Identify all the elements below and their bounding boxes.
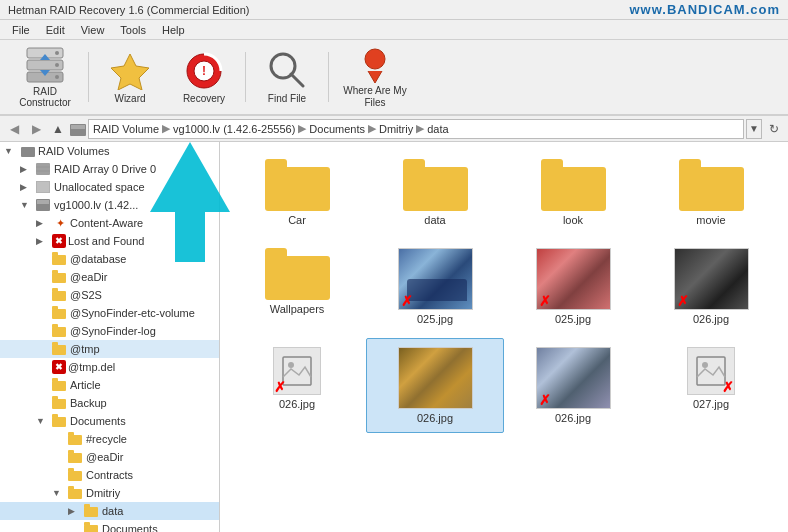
svg-rect-44 <box>68 450 74 454</box>
path-part-4: Dmitriy <box>379 123 413 135</box>
svg-rect-14 <box>71 125 85 129</box>
tree-item-content-aware[interactable]: ▶ ✦ Content-Aware <box>0 214 219 232</box>
img-thumb-025-2: ✗ <box>536 248 611 310</box>
tree-item-backup[interactable]: Backup <box>0 394 219 412</box>
tree-item-database[interactable]: @database <box>0 250 219 268</box>
grid-item-wallpapers[interactable]: Wallpapers <box>228 239 366 334</box>
grid-item-look[interactable]: look <box>504 150 642 235</box>
tree-label: Backup <box>70 397 107 409</box>
tree-panel: ▼ RAID Volumes ▶ RAID Array 0 Drive 0 ▶ … <box>0 142 220 532</box>
svg-point-68 <box>288 362 294 368</box>
tree-label: @S2S <box>70 289 102 301</box>
address-path[interactable]: RAID Volume ▶ vg1000.lv (1.42.6-25556) ▶… <box>88 119 744 139</box>
content-aware-icon: ✦ <box>52 216 68 230</box>
where-my-files-label: Where Are My Files <box>338 85 412 109</box>
tree-item-dmitriy[interactable]: ▼ Dmitriy <box>0 484 219 502</box>
svg-point-3 <box>55 51 59 55</box>
svg-rect-41 <box>68 435 82 445</box>
wizard-button[interactable]: Wizard <box>95 43 165 111</box>
tree-item-tmp[interactable]: @tmp <box>0 340 219 358</box>
tree-label: Unallocated space <box>54 181 145 193</box>
img-thumb-026-1: ✗ <box>674 248 749 310</box>
svg-rect-22 <box>37 200 49 204</box>
tree-item-raid-volumes[interactable]: ▼ RAID Volumes <box>0 142 219 160</box>
grid-item-025-2[interactable]: ✗ 025.jpg <box>504 239 642 334</box>
menu-edit[interactable]: Edit <box>38 20 73 39</box>
wizard-label: Wizard <box>114 93 145 104</box>
recovery-icon: ! <box>184 51 224 91</box>
grid-item-car[interactable]: Car <box>228 150 366 235</box>
expand-icon: ▼ <box>36 416 52 426</box>
tree-label: data <box>102 505 123 517</box>
tree-item-s2s[interactable]: @S2S <box>0 286 219 304</box>
folder-icon <box>68 432 84 446</box>
tree-label: Dmitriy <box>86 487 120 499</box>
tree-item-lost-found[interactable]: ▶ ✖ Lost and Found <box>0 232 219 250</box>
tree-item-synofinder-etc[interactable]: @SynoFinder-etc-volume <box>0 304 219 322</box>
grid-item-027-1[interactable]: ✗ 026.jpg <box>504 338 642 433</box>
tree-label: RAID Array 0 Drive 0 <box>54 163 156 175</box>
grid-item-026-2[interactable]: 026.jpg <box>366 338 504 433</box>
svg-rect-51 <box>84 525 98 532</box>
expand-icon: ▶ <box>20 164 36 174</box>
grid-item-025-1[interactable]: ✗ 025.jpg <box>366 239 504 334</box>
menu-view[interactable]: View <box>73 20 113 39</box>
folder-icon <box>52 306 68 320</box>
tree-item-documents[interactable]: ▼ Documents <box>0 412 219 430</box>
recovery-button[interactable]: ! Recovery <box>169 43 239 111</box>
tree-item-article[interactable]: Article <box>0 376 219 394</box>
address-dropdown-button[interactable]: ▼ <box>746 119 762 139</box>
tree-label: Article <box>70 379 101 391</box>
nav-up-button[interactable]: ▲ <box>48 119 68 139</box>
grid-item-027-2[interactable]: ✗ 027.jpg <box>642 338 780 433</box>
find-file-button[interactable]: Find File <box>252 43 322 111</box>
svg-rect-36 <box>52 378 58 382</box>
tree-item-synofinder-log[interactable]: @SynoFinder-log <box>0 322 219 340</box>
tree-item-unallocated[interactable]: ▶ Unallocated space <box>0 178 219 196</box>
menu-file[interactable]: File <box>4 20 38 39</box>
svg-rect-66 <box>265 248 287 260</box>
lost-found-icon: ✖ <box>52 360 66 374</box>
tree-label: @SynoFinder-etc-volume <box>70 307 195 319</box>
find-file-icon <box>267 51 307 91</box>
svg-rect-47 <box>68 489 82 499</box>
tree-item-vg1000[interactable]: ▼ vg1000.lv (1.42... <box>0 196 219 214</box>
where-my-files-button[interactable]: Where Are My Files <box>335 43 415 111</box>
menu-help[interactable]: Help <box>154 20 193 39</box>
svg-rect-25 <box>52 273 66 283</box>
tree-item-eadir[interactable]: @eaDir <box>0 268 219 286</box>
svg-rect-64 <box>679 159 701 171</box>
grid-item-movie[interactable]: movie <box>642 150 780 235</box>
tree-item-eadir2[interactable]: @eaDir <box>0 448 219 466</box>
tree-label: @eaDir <box>86 451 123 463</box>
grid-item-data[interactable]: data <box>366 150 504 235</box>
menu-tools[interactable]: Tools <box>112 20 154 39</box>
tree-item-raid-array[interactable]: ▶ RAID Array 0 Drive 0 <box>0 160 219 178</box>
tree-label: Documents <box>102 523 158 532</box>
grid-item-026-broken[interactable]: ✗ 026.jpg <box>228 338 366 433</box>
tree-label: @SynoFinder-log <box>70 325 156 337</box>
grid-item-026-1[interactable]: ✗ 026.jpg <box>642 239 780 334</box>
drive-icon <box>36 163 52 175</box>
svg-rect-37 <box>52 399 66 409</box>
folder-icon <box>52 324 68 338</box>
nav-back-button[interactable]: ◀ <box>4 119 24 139</box>
expand-icon: ▶ <box>36 236 52 246</box>
tree-item-tmp-del[interactable]: ✖ @tmp.del <box>0 358 219 376</box>
tree-item-recycle[interactable]: #recycle <box>0 430 219 448</box>
raid-constructor-button[interactable]: RAID Constructor <box>8 43 82 111</box>
expand-icon: ▼ <box>52 488 68 498</box>
svg-rect-35 <box>52 381 66 391</box>
svg-rect-28 <box>52 288 58 292</box>
refresh-button[interactable]: ↻ <box>764 119 784 139</box>
svg-rect-20 <box>36 181 50 193</box>
tree-item-documents2[interactable]: Documents <box>0 520 219 532</box>
img-label-026-broken: 026.jpg <box>279 398 315 410</box>
tree-item-data[interactable]: ▶ data <box>0 502 219 520</box>
nav-forward-button[interactable]: ▶ <box>26 119 46 139</box>
recovery-label: Recovery <box>183 93 225 104</box>
svg-rect-30 <box>52 306 58 310</box>
folder-icon <box>52 270 68 284</box>
tree-label: vg1000.lv (1.42... <box>54 199 138 211</box>
tree-item-contracts[interactable]: Contracts <box>0 466 219 484</box>
